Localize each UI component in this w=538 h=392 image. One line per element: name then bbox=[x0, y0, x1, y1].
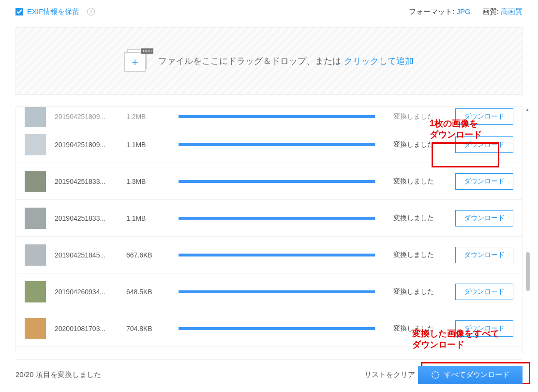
download-all-button[interactable]: すべてダウンロード bbox=[418, 366, 523, 384]
file-size: 667.6KB bbox=[126, 251, 170, 259]
format-label: フォーマット: bbox=[409, 7, 454, 15]
progress-bar bbox=[179, 180, 375, 183]
file-name: 201904251809... bbox=[55, 141, 118, 149]
annotation-box-single bbox=[432, 142, 499, 167]
file-row: 201904251833... 1.1MB 変換しました ダウンロード bbox=[16, 200, 522, 237]
info-icon[interactable]: i bbox=[87, 8, 95, 15]
exif-checkbox[interactable] bbox=[15, 8, 23, 15]
download-button[interactable]: ダウンロード bbox=[455, 247, 513, 263]
add-file-icon: ＋ HEIC bbox=[124, 49, 150, 73]
file-name: 201904251809... bbox=[55, 113, 118, 121]
file-size: 1.2MB bbox=[126, 113, 170, 121]
dropzone-add-link[interactable]: クリックして追加 bbox=[344, 56, 414, 66]
file-thumbnail bbox=[25, 208, 46, 229]
dropzone[interactable]: ＋ HEIC ファイルをここにドラッグ＆ドロップ、または クリックして追加 bbox=[15, 27, 523, 95]
quality-value: 高画質 bbox=[501, 7, 523, 15]
progress-bar bbox=[179, 217, 375, 220]
spinner-icon bbox=[432, 371, 439, 379]
file-size: 648.5KB bbox=[126, 288, 170, 296]
progress-bar bbox=[179, 290, 375, 293]
conversion-status: 変換しました bbox=[393, 177, 447, 186]
download-button[interactable]: ダウンロード bbox=[455, 284, 513, 300]
annotation-all-download: 変換した画像をすべて ダウンロード bbox=[412, 328, 499, 351]
download-button[interactable]: ダウンロード bbox=[455, 173, 513, 190]
file-name: 201904251833... bbox=[55, 178, 118, 185]
exif-label: EXIF情報を保留 bbox=[27, 7, 79, 16]
progress-bar bbox=[179, 143, 375, 146]
file-row: 201904251845... 667.6KB 変換しました ダウンロード bbox=[16, 237, 522, 273]
conversion-status: 変換しました bbox=[393, 287, 447, 296]
progress-bar bbox=[179, 115, 375, 118]
quality-setting[interactable]: 画質: 高画質 bbox=[482, 7, 523, 16]
scroll-thumb[interactable] bbox=[526, 252, 530, 291]
quality-label: 画質: bbox=[482, 7, 499, 15]
file-thumbnail bbox=[25, 171, 46, 192]
conversion-status: 変換しました bbox=[393, 214, 447, 223]
file-thumbnail bbox=[25, 134, 46, 155]
annotation-single-download: 1枚の画像を ダウンロード bbox=[430, 118, 482, 141]
scroll-up-icon[interactable]: ▲ bbox=[524, 107, 530, 113]
file-size: 1.3MB bbox=[126, 178, 170, 185]
format-value: JPG bbox=[456, 7, 470, 15]
file-thumbnail bbox=[25, 107, 46, 127]
file-row: 201904251833... 1.3MB 変換しました ダウンロード bbox=[16, 163, 522, 200]
scrollbar[interactable]: ▲ bbox=[523, 107, 531, 353]
download-all-label: すべてダウンロード bbox=[444, 370, 509, 379]
progress-bar bbox=[179, 254, 375, 256]
file-name: 202001081703... bbox=[55, 325, 118, 332]
file-size: 1.1MB bbox=[126, 141, 170, 149]
file-name: 201904251845... bbox=[55, 251, 118, 259]
file-thumbnail bbox=[25, 281, 46, 302]
file-size: 1.1MB bbox=[126, 214, 170, 222]
file-size: 704.8KB bbox=[126, 325, 170, 332]
conversion-summary: 20/20 項目を変換しました bbox=[15, 370, 101, 379]
file-name: 201904251833... bbox=[55, 214, 118, 222]
dropzone-text: ファイルをここにドラッグ＆ドロップ、または bbox=[158, 56, 344, 66]
conversion-status: 変換しました bbox=[393, 251, 447, 259]
file-thumbnail bbox=[25, 318, 46, 339]
clear-list-link[interactable]: リストをクリア bbox=[364, 370, 415, 379]
format-setting[interactable]: フォーマット: JPG bbox=[409, 7, 471, 16]
download-button[interactable]: ダウンロード bbox=[455, 210, 513, 226]
file-thumbnail bbox=[25, 244, 46, 266]
file-name: 201904260934... bbox=[55, 288, 118, 296]
heic-badge: HEIC bbox=[141, 48, 153, 54]
progress-bar bbox=[179, 327, 375, 330]
file-row: 201904260934... 648.5KB 変換しました ダウンロード bbox=[16, 273, 522, 310]
